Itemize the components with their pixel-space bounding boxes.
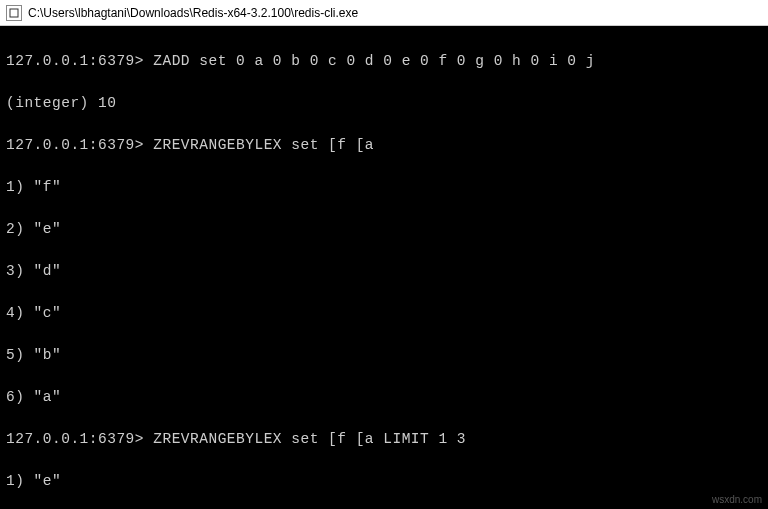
terminal-line: 127.0.0.1:6379> ZADD set 0 a 0 b 0 c 0 d… (6, 51, 762, 72)
terminal-line: 2) "e" (6, 219, 762, 240)
terminal-line: 5) "b" (6, 345, 762, 366)
terminal-output[interactable]: 127.0.0.1:6379> ZADD set 0 a 0 b 0 c 0 d… (0, 26, 768, 509)
terminal-line: 1) "f" (6, 177, 762, 198)
terminal-line: 1) "e" (6, 471, 762, 492)
watermark: wsxdn.com (712, 494, 762, 505)
window-titlebar[interactable]: C:\Users\lbhagtani\Downloads\Redis-x64-3… (0, 0, 768, 26)
terminal-line: 6) "a" (6, 387, 762, 408)
app-icon (6, 5, 22, 21)
svg-rect-0 (10, 9, 18, 17)
terminal-line: 127.0.0.1:6379> ZREVRANGEBYLEX set [f [a… (6, 429, 762, 450)
terminal-line: 3) "d" (6, 261, 762, 282)
terminal-line: 4) "c" (6, 303, 762, 324)
terminal-line: (integer) 10 (6, 93, 762, 114)
terminal-line: 127.0.0.1:6379> ZREVRANGEBYLEX set [f [a (6, 135, 762, 156)
window-title: C:\Users\lbhagtani\Downloads\Redis-x64-3… (28, 6, 358, 20)
